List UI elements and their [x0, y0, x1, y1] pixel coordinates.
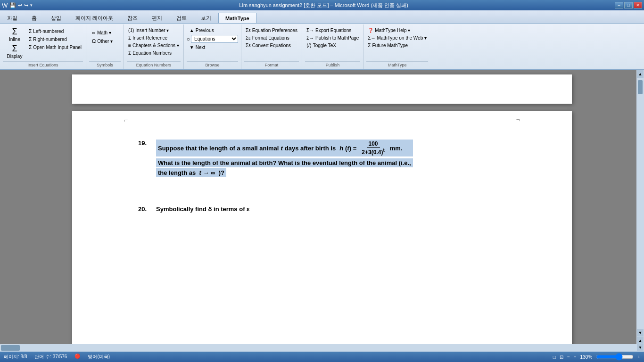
scroll-prev-small[interactable]: ▲ — [637, 337, 644, 344]
browse-select[interactable]: Equations Inline Equations Display Equat… — [191, 35, 238, 43]
convert-equations-icon: Σε — [246, 43, 251, 48]
problem-19-text4: the length as — [158, 169, 196, 176]
status-right: □ ⊡ ≡ ≡ 130% + — [553, 354, 640, 360]
publish-items: Σ→ Export Equations Σ→ Publish to MathPa… — [305, 25, 360, 61]
zoom-level: 130% — [580, 354, 593, 360]
view-full-icon[interactable]: ⊡ — [560, 354, 563, 360]
scroll-up-btn[interactable]: ▲ — [637, 70, 644, 78]
ribbon: Σ Inline Σ Display Σ Left-numbered Σ Rig… — [0, 24, 644, 70]
view-outline-icon[interactable]: ≡ — [574, 354, 577, 360]
math-icon: ∞ — [92, 30, 96, 35]
inline-icon: Σ — [12, 27, 17, 36]
redo-btn[interactable]: ↪ — [24, 2, 28, 8]
language: 영어(미국) — [88, 354, 110, 360]
math-btn[interactable]: ∞ Math ▾ — [89, 29, 114, 36]
tab-home[interactable]: 홈 — [25, 13, 44, 23]
format-equations-btn[interactable]: Σε Format Equations — [244, 35, 291, 41]
convert-equations-label: Convert Equations — [252, 43, 291, 48]
group-mathtype: ❓ MathType Help ▾ Σ→ MathType on the Web… — [363, 25, 431, 69]
mathtype-help-label: MathType Help ▾ — [375, 28, 410, 33]
problem-19-func: h — [339, 145, 343, 152]
close-btn[interactable]: ✕ — [634, 2, 642, 8]
insert-reference-label: Insert Reference — [132, 35, 167, 41]
chapters-sections-label: Chapters & Sections ▾ — [132, 43, 179, 48]
scroll-down-btn[interactable]: ▼ — [637, 329, 644, 337]
problem-19-text5: )? — [219, 169, 224, 176]
undo-btn[interactable]: ↩ — [18, 2, 22, 8]
problem-19-line3: the length as t → ∞ )? — [156, 168, 226, 177]
group-format: Σε Equation Preferences Σε Format Equati… — [241, 25, 302, 69]
tab-mailings[interactable]: 편지 — [145, 13, 169, 23]
toggle-tex-label: Toggle TeX — [313, 43, 336, 48]
problem-19-fraction: 100 2+3(0.4)t — [360, 140, 386, 156]
browse-label: Browse — [187, 61, 238, 68]
fraction-numerator: 100 — [367, 140, 380, 148]
symbols-label: Symbols — [89, 61, 121, 68]
tab-layout[interactable]: 페이지 레이아웃 — [68, 13, 120, 23]
next-label: Next — [196, 45, 206, 50]
title-bar: W 💾 ↩ ↪ ▾ Lim sanghyun assignment2 [호환 모… — [0, 0, 644, 10]
scroll-next-small[interactable]: ▼ — [637, 344, 644, 351]
equation-numbers-btn[interactable]: Σ Equation Numbers — [127, 50, 173, 56]
insert-reference-btn[interactable]: Σ Insert Reference — [127, 35, 169, 41]
previous-label: Previous — [196, 28, 214, 33]
insert-number-btn[interactable]: (1) Insert Number ▾ — [127, 27, 170, 33]
zoom-slider[interactable] — [596, 354, 634, 360]
open-math-label: Open Math Input Panel — [33, 45, 82, 50]
tab-view[interactable]: 보기 — [194, 13, 218, 23]
browse-dropdown-row: ○ Equations Inline Equations Display Equ… — [187, 35, 238, 43]
left-numbered-btn[interactable]: Σ Left-numbered — [27, 28, 83, 34]
previous-btn[interactable]: ▲ Previous — [187, 27, 217, 33]
page-top — [72, 74, 572, 104]
scrollbar-vertical: ▲ ▼ ▲ ▼ — [636, 70, 644, 352]
maximize-btn[interactable]: □ — [624, 2, 633, 8]
spell-icon: 🔴 — [74, 354, 80, 360]
scroll-thumb[interactable] — [638, 80, 643, 94]
tab-file[interactable]: 파일 — [0, 13, 25, 23]
symbols-items: ∞ Math ▾ Ω Other ▾ — [89, 25, 121, 61]
right-numbered-btn[interactable]: Σ Right-numbered — [27, 36, 83, 42]
insert-number-icon: (1) — [128, 28, 134, 33]
view-normal-icon[interactable]: □ — [553, 354, 556, 360]
mathtype-help-btn[interactable]: ❓ MathType Help ▾ — [366, 27, 412, 33]
toggle-tex-btn[interactable]: ⟨/⟩ Toggle TeX — [305, 42, 338, 49]
chapters-sections-btn[interactable]: ≡ Chapters & Sections ▾ — [127, 42, 181, 49]
h-scroll-thumb[interactable] — [1, 345, 20, 351]
problem-19-text3: What is the length of the animal at birt… — [158, 159, 411, 166]
convert-equations-btn[interactable]: Σε Convert Equations — [244, 42, 292, 49]
mathtype-web-label: MathType on the Web ▾ — [377, 35, 427, 41]
group-browse: ▲ Previous ○ Equations Inline Equations … — [184, 25, 241, 69]
title-bar-left: W 💾 ↩ ↪ ▾ — [2, 2, 33, 9]
equation-preferences-btn[interactable]: Σε Equation Preferences — [244, 27, 299, 33]
next-icon: ▼ — [190, 45, 194, 50]
tab-mathtype[interactable]: MathType — [218, 13, 256, 23]
minimize-btn[interactable]: – — [615, 2, 623, 8]
scroll-track — [637, 78, 643, 329]
future-mathtype-btn[interactable]: Σ Future MathType — [366, 42, 409, 49]
fraction-denominator: 2+3(0.4)t — [360, 148, 386, 156]
next-btn[interactable]: ▼ Next — [187, 44, 208, 50]
display-icon: Σ — [12, 44, 17, 53]
format-label: Format — [244, 61, 299, 68]
open-math-btn[interactable]: Σ Open Math Input Panel — [27, 44, 83, 50]
publish-mathpage-btn[interactable]: Σ→ Publish to MathPage — [305, 35, 360, 41]
export-equations-btn[interactable]: Σ→ Export Equations — [305, 27, 353, 33]
tab-insert[interactable]: 삽입 — [44, 13, 68, 23]
view-web-icon[interactable]: ≡ — [567, 354, 570, 360]
other-icon: Ω — [92, 38, 96, 44]
other-btn[interactable]: Ω Other ▾ — [89, 38, 116, 44]
problem-19-text1: Suppose that the length of a small anima… — [158, 145, 279, 152]
zoom-in-btn[interactable]: + — [637, 354, 640, 360]
eq-numbers-items: (1) Insert Number ▾ Σ Insert Reference ≡… — [127, 25, 181, 61]
problem-19-line1: Suppose that the length of a small anima… — [156, 140, 413, 156]
mathtype-web-btn[interactable]: Σ→ MathType on the Web ▾ — [366, 35, 428, 41]
tab-review[interactable]: 검토 — [169, 13, 194, 23]
inline-btn[interactable]: Σ Inline — [3, 26, 26, 43]
quick-save[interactable]: 💾 — [9, 2, 16, 8]
display-btn[interactable]: Σ Display — [3, 43, 26, 60]
problem-19-unit: mm. — [390, 145, 403, 152]
left-numbered-icon: Σ — [29, 29, 32, 34]
publish-label: Publish — [305, 61, 360, 68]
problem-20-container: 20. Symbolically find δ in terms of ε — [138, 206, 506, 213]
tab-references[interactable]: 참조 — [120, 13, 145, 23]
